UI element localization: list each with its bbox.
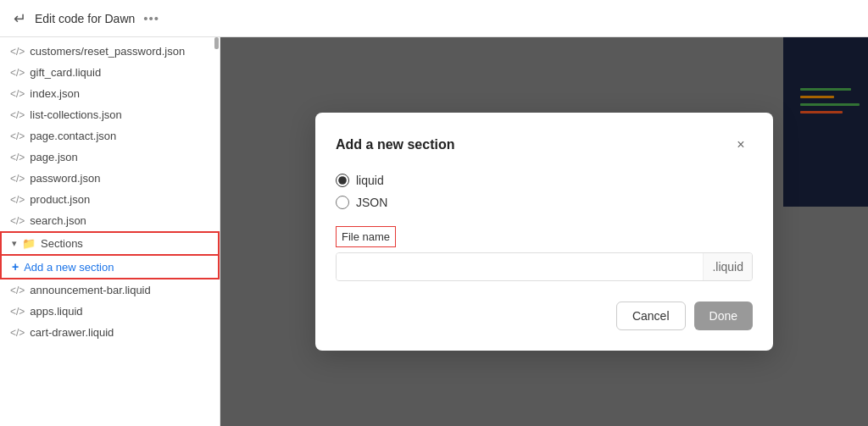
code-icon: </> bbox=[10, 152, 25, 163]
chevron-down-icon: ▾ bbox=[12, 238, 17, 249]
sidebar-item-password[interactable]: </> password.json bbox=[0, 168, 220, 189]
file-name: search.json bbox=[30, 214, 86, 227]
file-name: index.json bbox=[30, 87, 80, 100]
sidebar-item-page-contact[interactable]: </> page.contact.json bbox=[0, 125, 220, 147]
code-icon: </> bbox=[10, 306, 25, 318]
code-icon: </> bbox=[10, 215, 25, 227]
radio-liquid-input[interactable] bbox=[336, 174, 349, 187]
code-icon: </> bbox=[10, 130, 25, 142]
file-name: product.json bbox=[30, 193, 90, 206]
add-new-section-button[interactable]: + Add a new section bbox=[0, 256, 220, 279]
file-name: password.json bbox=[30, 172, 100, 185]
cancel-button[interactable]: Cancel bbox=[616, 302, 686, 330]
sidebar-sections-folder[interactable]: ▾ 📁 Sections bbox=[0, 231, 220, 256]
file-name-field-group: File name .liquid bbox=[336, 226, 753, 281]
modal-title: Add a new section bbox=[336, 137, 454, 152]
code-icon: </> bbox=[10, 173, 25, 185]
radio-group: liquid JSON bbox=[336, 174, 753, 209]
modal-footer: Cancel Done bbox=[336, 302, 753, 330]
add-section-modal: Add a new section × liquid JSON bbox=[315, 113, 773, 351]
done-button[interactable]: Done bbox=[694, 302, 753, 330]
sidebar-item-reset-password[interactable]: </> customers/reset_password.json bbox=[0, 41, 220, 62]
close-icon: × bbox=[737, 137, 744, 152]
more-options-icon[interactable]: ••• bbox=[143, 11, 159, 25]
modal-header: Add a new section × bbox=[336, 133, 753, 157]
back-icon[interactable]: ↵ bbox=[14, 9, 26, 28]
radio-json-input[interactable] bbox=[336, 196, 349, 209]
sidebar-item-announcement-bar[interactable]: </> announcement-bar.liquid bbox=[0, 279, 220, 301]
sidebar-item-apps[interactable]: </> apps.liquid bbox=[0, 301, 220, 322]
radio-liquid-label: liquid bbox=[356, 174, 384, 187]
add-new-label: Add a new section bbox=[24, 261, 114, 274]
radio-liquid[interactable]: liquid bbox=[336, 174, 753, 187]
file-suffix: .liquid bbox=[703, 253, 752, 280]
file-name-input[interactable] bbox=[337, 253, 703, 280]
file-name: apps.liquid bbox=[30, 305, 82, 318]
modal-close-button[interactable]: × bbox=[729, 133, 753, 157]
file-input-row: .liquid bbox=[336, 252, 753, 281]
topbar: ↵ Edit code for Dawn ••• bbox=[0, 0, 868, 37]
sidebar-item-product[interactable]: </> product.json bbox=[0, 189, 220, 210]
sections-label: Sections bbox=[41, 237, 83, 250]
content-area: Add a new section × liquid JSON bbox=[220, 37, 868, 426]
file-name: page.json bbox=[30, 151, 77, 163]
folder-icon: 📁 bbox=[22, 237, 36, 250]
code-icon: </> bbox=[10, 67, 25, 79]
sidebar-item-cart-drawer[interactable]: </> cart-drawer.liquid bbox=[0, 322, 220, 343]
sidebar: </> customers/reset_password.json </> gi… bbox=[0, 37, 220, 426]
modal-overlay: Add a new section × liquid JSON bbox=[220, 37, 868, 426]
sidebar-item-page[interactable]: </> page.json bbox=[0, 147, 220, 168]
field-label: File name bbox=[336, 226, 396, 247]
file-name: page.contact.json bbox=[30, 130, 116, 142]
file-name: announcement-bar.liquid bbox=[30, 284, 150, 296]
file-name: cart-drawer.liquid bbox=[30, 326, 114, 339]
code-icon: </> bbox=[10, 327, 25, 339]
code-icon: </> bbox=[10, 109, 25, 121]
code-icon: </> bbox=[10, 285, 25, 296]
code-icon: </> bbox=[10, 46, 25, 58]
file-name: customers/reset_password.json bbox=[30, 45, 185, 58]
code-icon: </> bbox=[10, 88, 25, 100]
file-name: gift_card.liquid bbox=[30, 66, 101, 79]
topbar-title: Edit code for Dawn bbox=[35, 12, 135, 25]
code-icon: </> bbox=[10, 194, 25, 206]
sidebar-item-gift-card[interactable]: </> gift_card.liquid bbox=[0, 62, 220, 83]
sidebar-item-index[interactable]: </> index.json bbox=[0, 83, 220, 104]
radio-json-label: JSON bbox=[356, 196, 387, 209]
sidebar-item-search[interactable]: </> search.json bbox=[0, 210, 220, 231]
sidebar-item-list-collections[interactable]: </> list-collections.json bbox=[0, 104, 220, 125]
file-name: list-collections.json bbox=[30, 108, 121, 121]
radio-json[interactable]: JSON bbox=[336, 196, 753, 209]
main-layout: </> customers/reset_password.json </> gi… bbox=[0, 37, 868, 426]
plus-icon: + bbox=[12, 260, 19, 274]
